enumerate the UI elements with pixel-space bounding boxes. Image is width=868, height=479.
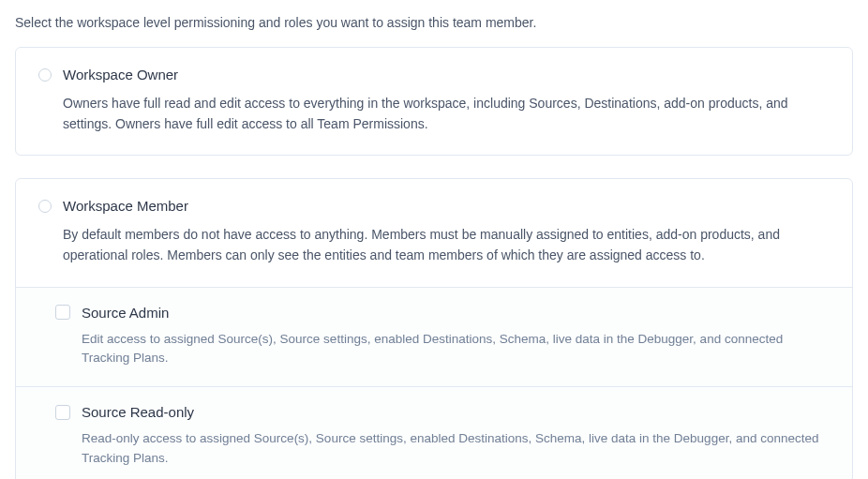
workspace-owner-description: Owners have full read and edit access to… xyxy=(38,94,830,134)
workspace-member-radio[interactable] xyxy=(38,200,52,213)
workspace-owner-card: Workspace Owner Owners have full read an… xyxy=(15,47,853,156)
workspace-member-card: Workspace Member By default members do n… xyxy=(15,178,853,479)
workspace-owner-label: Workspace Owner xyxy=(63,67,178,82)
workspace-owner-radio[interactable] xyxy=(38,68,52,82)
workspace-member-section: Workspace Member By default members do n… xyxy=(16,179,852,286)
source-admin-label: Source Admin xyxy=(82,305,169,321)
workspace-owner-section: Workspace Owner Owners have full read an… xyxy=(16,48,852,155)
workspace-member-label: Workspace Member xyxy=(63,198,188,214)
source-readonly-checkbox[interactable] xyxy=(55,405,70,420)
source-admin-section: Source Admin Edit access to assigned Sou… xyxy=(16,287,852,387)
workspace-owner-radio-row[interactable]: Workspace Owner xyxy=(38,67,830,82)
source-admin-description: Edit access to assigned Source(s), Sourc… xyxy=(38,330,830,368)
intro-text: Select the workspace level permissioning… xyxy=(15,15,853,30)
workspace-member-radio-row[interactable]: Workspace Member xyxy=(38,198,830,214)
source-readonly-label: Source Read-only xyxy=(82,404,194,420)
source-readonly-section: Source Read-only Read-only access to ass… xyxy=(16,386,852,479)
source-readonly-checkbox-row[interactable]: Source Read-only xyxy=(38,404,830,420)
workspace-member-description: By default members do not have access to… xyxy=(38,225,830,265)
source-admin-checkbox[interactable] xyxy=(55,305,70,320)
source-admin-checkbox-row[interactable]: Source Admin xyxy=(38,305,830,321)
source-readonly-description: Read-only access to assigned Source(s), … xyxy=(38,429,830,468)
